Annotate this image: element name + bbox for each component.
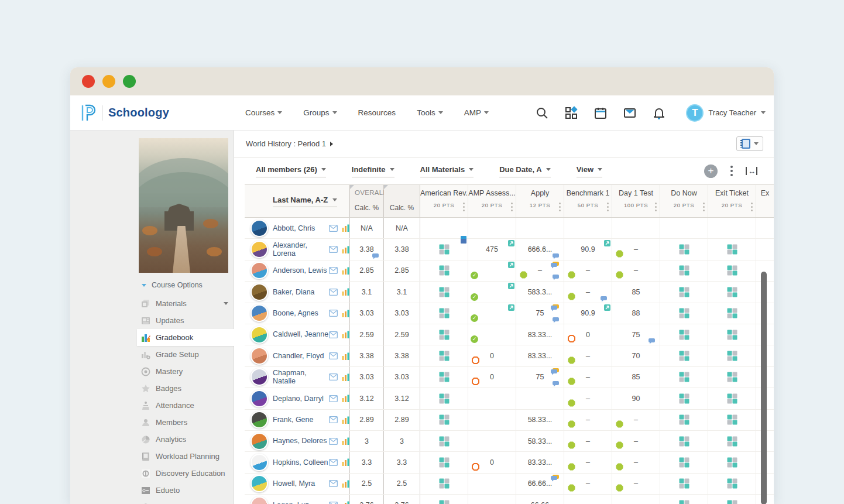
column-menu-icon[interactable]	[607, 203, 609, 211]
column-header-extra[interactable]: Ex	[756, 185, 774, 217]
comments-icon[interactable]	[550, 474, 560, 482]
grade-cell-donow[interactable]	[660, 452, 708, 472]
grade-cell-bench[interactable]: –	[564, 282, 612, 302]
grade-cell-exit[interactable]	[708, 324, 756, 345]
nav-item-courses[interactable]: Courses	[245, 108, 282, 117]
grade-cell-exit[interactable]	[708, 410, 756, 430]
grade-cell-amrev[interactable]	[420, 474, 468, 494]
student-stats-icon[interactable]	[342, 224, 349, 232]
avatar[interactable]	[251, 326, 268, 344]
grade-cell-amp[interactable]: ✓	[468, 260, 516, 281]
grade-cell-day1[interactable]: –	[612, 260, 660, 281]
rubric-grid-icon[interactable]	[679, 393, 689, 403]
filter-all-members-26-[interactable]: All members (26)	[256, 165, 326, 177]
calc-cell[interactable]: 3.1	[384, 282, 420, 302]
grade-cell-exit[interactable]	[708, 452, 756, 472]
grade-cell-apply[interactable]: 66.66	[516, 495, 564, 504]
grade-cell-apply[interactable]	[516, 218, 564, 238]
rubric-grid-icon[interactable]	[679, 479, 689, 489]
message-icon[interactable]	[329, 289, 338, 296]
grade-cell-donow[interactable]	[660, 410, 708, 430]
grade-cell-exit[interactable]	[708, 474, 756, 494]
rubric-grid-icon[interactable]	[439, 372, 449, 382]
grade-cell-bench[interactable]: –	[564, 388, 612, 409]
grade-cell-day1[interactable]: –	[612, 474, 660, 494]
grade-cell-donow[interactable]	[660, 345, 708, 366]
calc-cell[interactable]: 2.85	[384, 260, 420, 281]
message-icon[interactable]	[329, 310, 338, 317]
calc-cell[interactable]: 2.5	[384, 474, 420, 494]
grade-cell-donow[interactable]	[660, 324, 708, 345]
grade-cell-amp[interactable]: 0	[468, 345, 516, 366]
filter-indefinite[interactable]: Indefinite	[352, 165, 394, 177]
calc-cell[interactable]: 3.03	[384, 367, 420, 388]
column-menu-icon[interactable]	[559, 203, 561, 211]
rubric-grid-icon[interactable]	[727, 436, 737, 446]
grade-cell-exit[interactable]	[708, 260, 756, 281]
student-name-link[interactable]: Abbott, Chris	[273, 224, 329, 232]
grade-cell-exit[interactable]	[708, 367, 756, 388]
column-header-bench[interactable]: Benchmark 150 PTS	[564, 185, 612, 217]
grade-cell-exit[interactable]	[708, 239, 756, 259]
calc-cell[interactable]: 3.12	[384, 388, 420, 409]
avatar[interactable]	[251, 411, 268, 428]
column-header-donow[interactable]: Do Now20 PTS	[660, 185, 708, 217]
grade-cell-day1[interactable]: –	[612, 410, 660, 430]
rubric-grid-icon[interactable]	[727, 287, 737, 297]
grade-cell-apply[interactable]: 83.33...	[516, 452, 564, 472]
rubric-grid-icon[interactable]	[439, 351, 449, 361]
grade-cell-amrev[interactable]	[420, 345, 468, 366]
student-name-link[interactable]: Haynes, Delores	[273, 437, 329, 445]
avatar[interactable]	[251, 433, 268, 450]
grade-cell-day1[interactable]: 70	[612, 345, 660, 366]
grade-cell-day1[interactable]: –	[612, 431, 660, 451]
overall-calc-cell[interactable]: 2.76	[350, 495, 384, 504]
add-button[interactable]: +	[704, 164, 718, 178]
student-stats-icon[interactable]	[342, 288, 349, 296]
grade-cell-bench[interactable]: 90.9	[564, 303, 612, 324]
column-header-apply[interactable]: Apply12 PTS	[516, 185, 564, 217]
message-icon[interactable]	[329, 331, 338, 338]
sidebar-item-attendance[interactable]: Attendance	[137, 397, 234, 414]
grade-cell-day1[interactable]: 75	[612, 324, 660, 345]
grade-cell-amp[interactable]: 475	[468, 239, 516, 259]
student-name-link[interactable]: Baker, Diana	[273, 288, 329, 296]
filter-view[interactable]: View	[577, 165, 602, 177]
calc-cell[interactable]: 2.59	[384, 324, 420, 345]
sidebar-item-mastery[interactable]: Mastery	[137, 363, 234, 380]
student-stats-icon[interactable]	[342, 458, 349, 466]
search-icon[interactable]	[535, 106, 549, 120]
student-name-link[interactable]: Alexander,Lorena	[273, 241, 329, 258]
grade-cell-apply[interactable]: 75	[516, 303, 564, 324]
grade-cell-amrev[interactable]	[420, 388, 468, 409]
vertical-scrollbar[interactable]	[761, 272, 767, 504]
mail-icon[interactable]	[623, 106, 637, 120]
grade-cell-donow[interactable]	[660, 388, 708, 409]
rubric-grid-icon[interactable]	[727, 500, 737, 504]
calc-cell[interactable]: 2.89	[384, 410, 420, 430]
grade-cell-bench[interactable]: –	[564, 474, 612, 494]
overall-calc-cell[interactable]: 2.59	[350, 324, 384, 345]
grade-cell-amp[interactable]	[468, 495, 516, 504]
overall-calc-cell[interactable]: 3.1	[350, 282, 384, 302]
message-icon[interactable]	[329, 416, 338, 423]
expand-columns-icon[interactable]: ↔	[746, 167, 757, 176]
student-name-link[interactable]: Howell, Myra	[273, 479, 329, 488]
grade-cell-day1[interactable]: 85	[612, 367, 660, 388]
avatar[interactable]	[251, 347, 268, 365]
grade-cell-donow[interactable]	[660, 367, 708, 388]
student-name-link[interactable]: Chapman,Natalie	[273, 369, 329, 386]
avatar[interactable]	[251, 390, 268, 407]
message-icon[interactable]	[329, 352, 338, 359]
nav-item-amp[interactable]: AMP	[464, 108, 489, 117]
grade-cell-apply[interactable]: 666.6...	[516, 239, 564, 259]
nav-item-groups[interactable]: Groups	[303, 108, 337, 117]
rubric-grid-icon[interactable]	[439, 330, 449, 340]
overall-calc-cell[interactable]: 2.5	[350, 474, 384, 494]
grade-cell-amrev[interactable]	[420, 324, 468, 345]
grade-cell-apply[interactable]: 83.33...	[516, 345, 564, 366]
brand[interactable]: Schoology	[81, 104, 169, 122]
grade-cell-apply[interactable]	[516, 388, 564, 409]
avatar[interactable]	[251, 262, 268, 279]
grade-cell-amp[interactable]	[468, 218, 516, 238]
